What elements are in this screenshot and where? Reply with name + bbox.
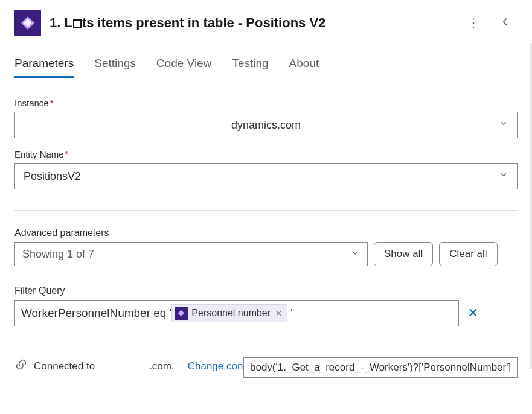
token-label: Personnel number <box>191 308 271 319</box>
show-all-button[interactable]: Show all <box>374 242 433 266</box>
connected-to-label: Connected to <box>34 360 95 372</box>
required-asterisk: * <box>65 149 69 159</box>
header-actions: ⋮ <box>464 13 518 33</box>
step-title-suffix: ts items present in table - Positions V2 <box>82 15 325 30</box>
svg-marker-2 <box>178 310 185 317</box>
entity-section: Entity Name* PositionsV2 <box>14 138 518 189</box>
token-remove-icon[interactable]: ✕ <box>275 309 282 318</box>
tab-label: Code View <box>156 57 212 69</box>
tab-code-view[interactable]: Code View <box>156 53 212 78</box>
filter-query-row: WorkerPersonnelNumber eq ' Personnel num… <box>14 300 518 326</box>
panel-header: 1. Lts items present in table - Position… <box>14 6 518 53</box>
clear-filter-button[interactable]: ✕ <box>465 305 481 321</box>
connector-icon <box>14 10 41 36</box>
tab-label: Settings <box>94 57 136 69</box>
label-text: Instance <box>14 98 49 108</box>
close-icon: ✕ <box>467 305 478 320</box>
more-menu-button[interactable]: ⋮ <box>464 14 482 32</box>
filter-prefix-text: WorkerPersonnelNumber eq ' <box>21 307 171 320</box>
instance-label: Instance* <box>14 98 518 108</box>
advanced-params-dropdown[interactable]: Showing 1 of 7 <box>14 242 368 266</box>
filter-query-label: Filter Query <box>14 285 518 296</box>
panel-right-edge <box>530 43 532 369</box>
entity-value: PositionsV2 <box>24 170 81 183</box>
dynamic-content-token[interactable]: Personnel number ✕ <box>171 304 287 322</box>
instance-value: dynamics.com <box>231 119 301 132</box>
tab-strip: Parameters Settings Code View Testing Ab… <box>14 53 518 78</box>
chevron-down-icon <box>499 170 508 183</box>
advanced-params-label: Advanced parameters <box>14 228 518 238</box>
advanced-params-row: Showing 1 of 7 Show all Clear all <box>14 242 518 266</box>
tab-about[interactable]: About <box>289 53 319 78</box>
token-connector-icon <box>175 307 188 320</box>
required-asterisk: * <box>50 98 54 108</box>
chevron-down-icon <box>499 119 508 132</box>
title-glyph-box <box>73 19 82 28</box>
chevron-left-icon <box>499 16 511 31</box>
connection-domain: .com. <box>149 360 175 372</box>
entity-dropdown[interactable]: PositionsV2 <box>14 163 518 189</box>
instance-section: Instance* dynamics.com <box>14 82 518 138</box>
tab-parameters[interactable]: Parameters <box>14 53 74 78</box>
label-text: Entity Name <box>14 149 64 159</box>
step-title: 1. Lts items present in table - Position… <box>50 15 456 31</box>
more-vertical-icon: ⋮ <box>467 15 480 30</box>
collapse-button[interactable] <box>497 13 514 33</box>
action-config-panel: 1. Lts items present in table - Position… <box>0 0 532 414</box>
tab-label: Testing <box>232 57 268 69</box>
tab-settings[interactable]: Settings <box>94 53 136 78</box>
instance-dropdown[interactable]: dynamics.com <box>14 112 518 138</box>
entity-label: Entity Name* <box>14 149 518 159</box>
expression-tooltip: body('1._Get_a_record_-_Workers')?['Pers… <box>243 357 518 378</box>
advanced-summary: Showing 1 of 7 <box>22 248 94 261</box>
step-title-prefix: 1. L <box>50 15 72 30</box>
tab-testing[interactable]: Testing <box>232 53 268 78</box>
clear-all-button[interactable]: Clear all <box>439 242 497 266</box>
filter-suffix-text: ' <box>287 307 293 320</box>
chevron-down-icon <box>350 248 360 261</box>
link-icon <box>14 358 28 374</box>
filter-query-input[interactable]: WorkerPersonnelNumber eq ' Personnel num… <box>14 300 459 326</box>
tab-label: Parameters <box>14 57 74 69</box>
section-divider <box>14 210 518 211</box>
tab-label: About <box>289 57 319 69</box>
